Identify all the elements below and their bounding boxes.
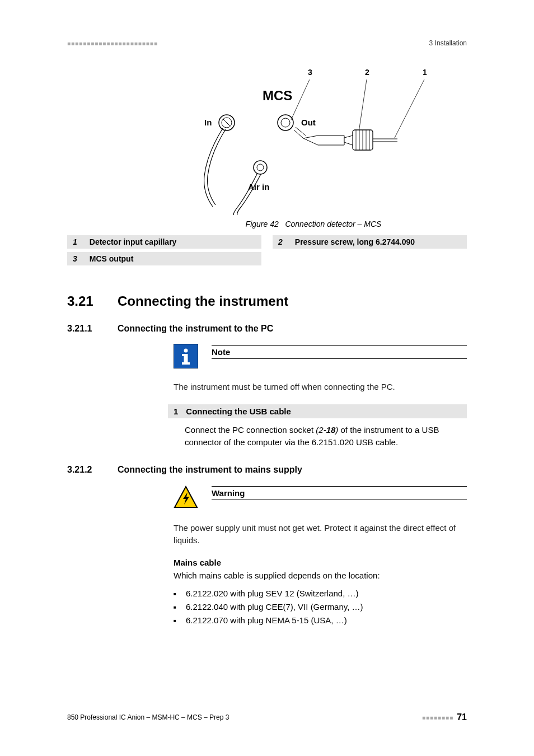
subsection-title: Connecting the instrument to the PC xyxy=(118,324,273,334)
legend-num: 1 xyxy=(73,237,77,246)
legend-item-1: 1 Detector input capillary xyxy=(67,235,261,249)
header-decor-left: ■■■■■■■■■■■■■■■■■■■■■■■ xyxy=(67,40,158,46)
figure-svg: 3 2 1 MCS In Out xyxy=(174,64,453,215)
page-footer: 850 Professional IC Anion – MSM-HC – MCS… xyxy=(67,712,467,722)
section-heading: 3.21 Connecting the instrument xyxy=(67,293,467,309)
mains-list: 6.2122.020 with plug SEV 12 (Switzerland… xyxy=(174,587,467,627)
footer-left: 850 Professional IC Anion – MSM-HC – MCS… xyxy=(67,713,229,721)
svg-rect-22 xyxy=(182,362,190,365)
legend-text: MCS output xyxy=(90,254,134,263)
warning-block: Warning The power supply unit must not g… xyxy=(174,485,467,547)
svg-point-16 xyxy=(254,161,267,174)
figure-label-out: Out xyxy=(301,118,316,127)
subsection-title: Connecting the instrument to mains suppl… xyxy=(118,465,302,475)
warning-label: Warning xyxy=(212,486,467,500)
section-number: 3.21 xyxy=(67,293,118,309)
subsection-number: 3.21.1 xyxy=(67,324,118,334)
step-block: 1 Connecting the USB cable Connect the P… xyxy=(168,404,467,449)
legend-num: 2 xyxy=(278,237,283,246)
list-item: 6.2122.020 with plug SEV 12 (Switzerland… xyxy=(174,587,467,600)
figure-diagram: 3 2 1 MCS In Out xyxy=(174,64,453,215)
callout-2-label: 2 xyxy=(365,68,369,77)
list-item: 6.2122.040 with plug CEE(7), VII (German… xyxy=(174,600,467,614)
mains-title: Mains cable xyxy=(174,558,467,567)
svg-point-19 xyxy=(184,349,188,353)
step-number: 1 xyxy=(174,407,178,416)
mains-intro: Which mains cable is supplied depends on… xyxy=(174,571,467,580)
legend-num: 3 xyxy=(73,254,77,263)
subsection-number: 3.21.2 xyxy=(67,465,118,475)
legend-item-2: 2 Pressure screw, long 6.2744.090 xyxy=(273,235,467,249)
svg-line-5 xyxy=(223,119,230,126)
step-head: 1 Connecting the USB cable xyxy=(168,404,467,418)
svg-point-7 xyxy=(281,118,290,127)
step-body: Connect the PC connection socket (2-18) … xyxy=(185,424,467,449)
list-item: 6.2122.070 with plug NEMA 5-15 (USA, …) xyxy=(174,614,467,627)
page-header: ■■■■■■■■■■■■■■■■■■■■■■■ 3 Installation xyxy=(67,39,467,47)
figure-caption-prefix: Figure 42 xyxy=(246,220,279,228)
header-chapter: 3 Installation xyxy=(429,39,467,47)
info-icon xyxy=(174,344,198,368)
svg-line-2 xyxy=(395,80,424,138)
step-title: Connecting the USB cable xyxy=(186,407,291,416)
section-title: Connecting the instrument xyxy=(118,293,288,309)
callout-1-label: 1 xyxy=(423,68,427,77)
note-block: Note The instrument must be turned off w… xyxy=(174,344,467,393)
svg-point-6 xyxy=(278,115,293,130)
legend-text: Detector input capillary xyxy=(90,237,177,246)
mains-block: Mains cable Which mains cable is supplie… xyxy=(174,558,467,627)
figure-caption: Figure 42 Connection detector – MCS xyxy=(174,220,453,228)
svg-rect-21 xyxy=(182,354,186,356)
subsection-1-heading: 3.21.1 Connecting the instrument to the … xyxy=(67,324,467,334)
page-number: 71 xyxy=(457,712,467,722)
footer-decor: ■■■■■■■■ xyxy=(422,715,453,721)
figure-label-airin: Air in xyxy=(248,182,269,192)
legend-item-3: 3 MCS output xyxy=(67,252,261,265)
figure-label-in: In xyxy=(204,118,212,127)
note-body: The instrument must be turned off when c… xyxy=(174,381,467,393)
figure-title: MCS xyxy=(263,88,292,103)
svg-line-0 xyxy=(291,80,310,120)
subsection-2-heading: 3.21.2 Connecting the instrument to main… xyxy=(67,465,467,475)
legend-text: Pressure screw, long 6.2744.090 xyxy=(295,237,415,246)
warning-icon xyxy=(174,485,198,510)
note-label: Note xyxy=(212,345,467,359)
warning-body: The power supply unit must not get wet. … xyxy=(174,522,467,547)
figure-legend: 1 Detector input capillary 2 Pressure sc… xyxy=(67,235,467,265)
figure-caption-text: Connection detector – MCS xyxy=(285,220,381,228)
svg-point-17 xyxy=(257,164,264,171)
svg-line-1 xyxy=(358,80,367,136)
callout-3-label: 3 xyxy=(308,68,312,77)
